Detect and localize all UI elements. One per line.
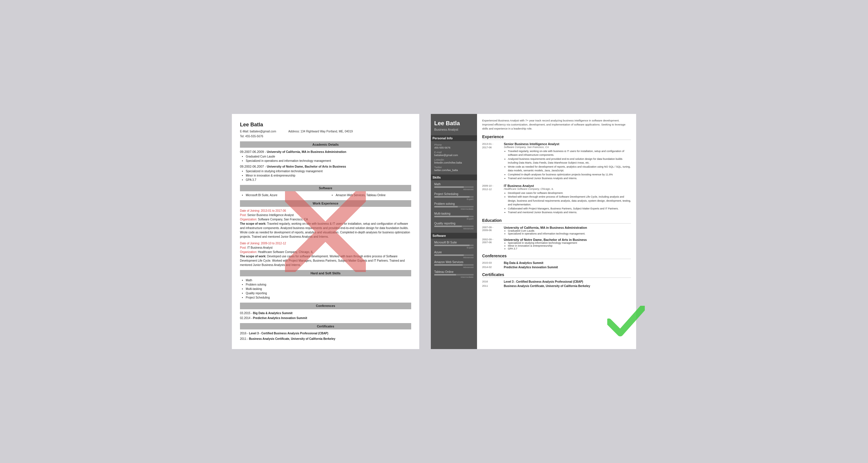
skill-name-2: Problem solving xyxy=(434,202,473,205)
left-cert-2: 2011 - Business Analysis Certificate, Un… xyxy=(240,337,411,341)
skill-name-1: Project Scheduling xyxy=(434,192,473,196)
linkedin-value: linkedin.com/in/lee.balta xyxy=(434,161,473,164)
conf1-name: Big Data & Analytics Summit xyxy=(253,311,292,315)
left-tel: Tel: 455-555-5676 xyxy=(240,134,411,138)
edu1-right-bullets: Graduated Cum Laude. Specialized in oper… xyxy=(508,229,587,235)
phone-label: Phone xyxy=(434,143,473,146)
sw2: Amazon Web Services, Tableau Online xyxy=(336,193,411,197)
edu1-right-detail: University of California, MA in Business… xyxy=(504,226,587,235)
left-header: Lee Batla E-Mail: battalee@gmail.com Add… xyxy=(240,121,411,138)
exp-entry-1: 2013-01 - 2017-06 Senior Business Intell… xyxy=(482,142,631,180)
edu2-right-dates: 2002-09 - 2007-06 xyxy=(482,238,501,250)
exp1-detail: Senior Business Intelligence Analyst Sof… xyxy=(504,142,631,180)
exp1-dates: 2013-01 - 2017-06 xyxy=(482,142,501,180)
exp2-from: 2009-10 - xyxy=(482,184,501,188)
skill-bar-fill-4 xyxy=(434,226,462,227)
software-level-1: Advanced xyxy=(434,256,473,259)
conf2-name: Predictive Analytics Innovation Summit xyxy=(253,317,307,320)
edu1-b2: Specialized in operations and informatio… xyxy=(246,159,411,163)
software-bar-bg-2 xyxy=(434,264,473,266)
skill-bar-fill-1 xyxy=(434,196,469,198)
cert2-year: 2011 xyxy=(240,337,246,340)
software-bar-fill-1 xyxy=(434,255,464,256)
exp1-company: Software Company, San Francisco, CA xyxy=(504,146,631,148)
skill4: Quality reporting xyxy=(246,291,411,295)
sw1: Microsoft BI Suite, Azure xyxy=(246,193,321,197)
software-level-3: Intermediate xyxy=(434,276,473,278)
left-email: E-Mail: battalee@gmail.com xyxy=(240,130,282,133)
work1-post: Post: Senior Business Intelligence Analy… xyxy=(240,213,411,217)
work-entry-1: Date of Joining: 2013-01 to 2017-06 Post… xyxy=(240,208,411,239)
edu2-b3: GPA 3.7 xyxy=(246,178,411,182)
edu2-rb3: GPA 3.7 xyxy=(508,247,587,250)
software-bar-fill-0 xyxy=(434,244,469,246)
edu1-school: University of California, MA in Business… xyxy=(504,226,587,229)
skill-bar-fill-3 xyxy=(434,216,469,217)
edu2-right-to: 2007-06 xyxy=(482,241,501,244)
right-cert2-name: Business Analysis Certificate, Universit… xyxy=(504,285,590,288)
right-conf1-date: 2015-03 xyxy=(482,261,501,265)
skill-item-0: Math Advanced xyxy=(434,183,473,191)
skill-item-4: Quality reporting Advanced xyxy=(434,222,473,230)
left-conf-1: 03.2015 - Big Data & Analytics Summit xyxy=(240,311,411,315)
summary: Experienced Business Analyst with 7+ yea… xyxy=(482,119,631,131)
right-conf1-name: Big Data & Analytics Summit xyxy=(504,261,544,265)
skill-item-3: Multi-tasking Expert xyxy=(434,212,473,220)
email-label: E-mail xyxy=(434,151,473,154)
left-contact: E-Mail: battalee@gmail.com Address: 134 … xyxy=(240,129,411,134)
exp1-b4: Completed in-depth analyses for business… xyxy=(508,173,631,177)
exp2-company: Healthcare Software Company, Chicago, IL xyxy=(504,188,631,190)
edu2-dates: 09.2002-06.2007 - xyxy=(240,165,267,168)
edu2-b2: Minor in innovation & entrepreneurship xyxy=(246,173,411,178)
work2-post: Post: IT Business Analyst xyxy=(240,245,411,250)
edu1-bullets: Graduated Cum Laude Specialized in opera… xyxy=(246,154,411,163)
exp2-dates: 2009-10 - 2012-12 xyxy=(482,184,501,214)
exp2-bullets: Developed use cases for software develop… xyxy=(508,191,631,214)
skill-level-3: Expert xyxy=(434,218,473,220)
skill-item-2: Problem solving Intermediate xyxy=(434,202,473,210)
exp1-b2: Analyzed business requirements and provi… xyxy=(508,157,631,165)
software-item-2: Amazon Web Services Advanced xyxy=(434,261,473,269)
right-conf2-name: Predictive Analytics Innovation Summit xyxy=(504,266,558,269)
exp2-to: 2012-12 xyxy=(482,188,501,191)
left-academic-title: Academic Details xyxy=(240,141,411,148)
skill2: Problem solving xyxy=(246,283,411,287)
software-name-2: Amazon Web Services xyxy=(434,261,473,264)
skill-item-1: Project Scheduling Expert xyxy=(434,192,473,200)
left-cert-1: 2016 - Level 3 - Certified Business Anal… xyxy=(240,331,411,335)
edu1-rb2: Specialized in operations and informatio… xyxy=(508,232,587,235)
resume-left: Lee Batla E-Mail: battalee@gmail.com Add… xyxy=(232,114,419,349)
left-sw-col1: Microsoft BI Suite, Azure xyxy=(246,193,321,197)
work1-scope: The scope of work: Traveled regularly, w… xyxy=(240,222,411,239)
skill-level-0: Advanced xyxy=(434,188,473,191)
sidebar-title: Business Analyst xyxy=(434,128,473,131)
right-conf-2: 2014-02 Predictive Analytics Innovation … xyxy=(482,266,631,269)
skill-bar-bg-2 xyxy=(434,206,473,207)
exp1-b3: Wrote code as needed for development of … xyxy=(508,165,631,173)
exp1-b1: Traveled regularly, working on-site with… xyxy=(508,150,631,157)
edu-right-2: 2002-09 - 2007-06 University of Notre Da… xyxy=(482,238,631,250)
edu2-bullets: Specialized in studying information tech… xyxy=(246,169,411,182)
exp1-from: 2013-01 - xyxy=(482,142,501,146)
right-cert1-year: 2016 xyxy=(482,280,501,283)
left-cert-title: Certificates xyxy=(240,323,411,330)
linkedin-label: LinkedIn xyxy=(434,158,473,161)
left-software-title: Software xyxy=(240,185,411,192)
work2-dates: Date of Joining: 2009-10 to 2012-12 xyxy=(240,241,411,245)
software-name-0: Microsoft BI Suite xyxy=(434,241,473,244)
edu-right-1: 2007-09 - 2009-06 University of Californ… xyxy=(482,226,631,235)
exp2-b3: Collaborated with Project Managers, Busi… xyxy=(508,207,631,211)
work-entry-2: Date of Joining: 2009-10 to 2012-12 Post… xyxy=(240,241,411,267)
right-conf2-date: 2014-02 xyxy=(482,266,501,269)
cert-section-title: Certificates xyxy=(482,272,631,278)
right-conf-1: 2015-03 Big Data & Analytics Summit xyxy=(482,261,631,265)
skill-bar-fill-2 xyxy=(434,206,458,207)
cert2-name: Business Analysis Certificate, Universit… xyxy=(249,337,335,340)
edu1-rb1: Graduated Cum Laude. xyxy=(508,229,587,232)
skill-bar-bg-1 xyxy=(434,196,473,198)
software-name-3: Tableau Online xyxy=(434,270,473,273)
cert1-name: Level 3 - Certified Business Analysis Pr… xyxy=(249,332,328,335)
exp1-b5: Trained and mentored Junior Business Ana… xyxy=(508,176,631,180)
sidebar-personal-info-header: Personal Info xyxy=(431,135,477,141)
right-cert-2: 2011 Business Analysis Certificate, Univ… xyxy=(482,285,631,288)
